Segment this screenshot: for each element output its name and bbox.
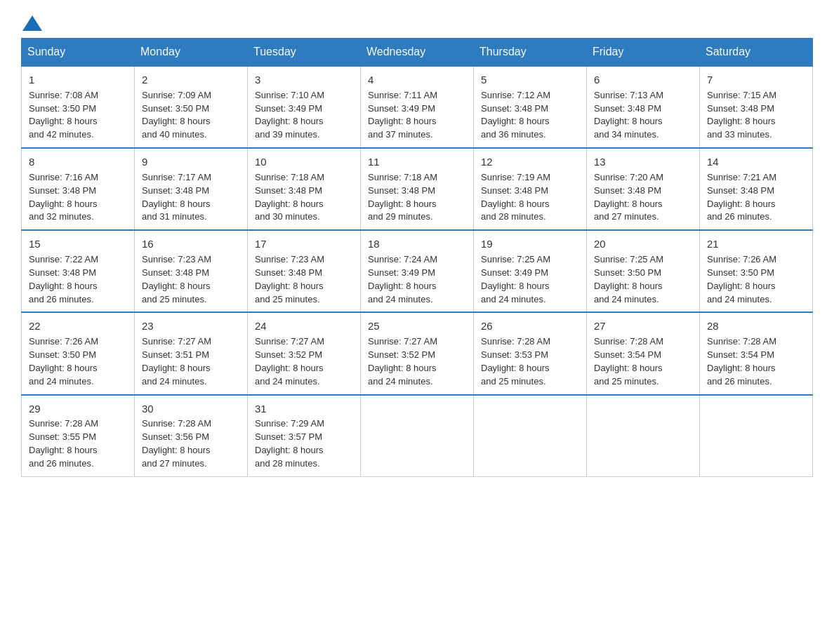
calendar-cell: 27Sunrise: 7:28 AMSunset: 3:54 PMDayligh… xyxy=(587,312,700,394)
day-info: Sunrise: 7:16 AMSunset: 3:48 PMDaylight:… xyxy=(29,171,127,224)
calendar-cell: 9Sunrise: 7:17 AMSunset: 3:48 PMDaylight… xyxy=(135,148,248,230)
day-number: 5 xyxy=(481,72,579,88)
column-header-sunday: Sunday xyxy=(22,39,135,67)
day-info: Sunrise: 7:24 AMSunset: 3:49 PMDaylight:… xyxy=(368,253,466,306)
day-number: 8 xyxy=(29,154,127,170)
calendar-cell: 15Sunrise: 7:22 AMSunset: 3:48 PMDayligh… xyxy=(22,230,135,312)
day-number: 11 xyxy=(368,154,466,170)
logo-triangle-icon xyxy=(22,15,42,31)
day-info: Sunrise: 7:27 AMSunset: 3:52 PMDaylight:… xyxy=(368,335,466,388)
calendar-cell: 20Sunrise: 7:25 AMSunset: 3:50 PMDayligh… xyxy=(587,230,700,312)
day-info: Sunrise: 7:27 AMSunset: 3:51 PMDaylight:… xyxy=(142,335,240,388)
day-info: Sunrise: 7:13 AMSunset: 3:48 PMDaylight:… xyxy=(594,89,692,142)
day-number: 29 xyxy=(29,401,127,417)
day-info: Sunrise: 7:08 AMSunset: 3:50 PMDaylight:… xyxy=(29,89,127,142)
calendar-cell: 25Sunrise: 7:27 AMSunset: 3:52 PMDayligh… xyxy=(361,312,474,394)
day-number: 7 xyxy=(707,72,805,88)
day-info: Sunrise: 7:25 AMSunset: 3:50 PMDaylight:… xyxy=(594,253,692,306)
day-info: Sunrise: 7:11 AMSunset: 3:49 PMDaylight:… xyxy=(368,89,466,142)
calendar-week-row: 1Sunrise: 7:08 AMSunset: 3:50 PMDaylight… xyxy=(22,66,813,148)
calendar-cell: 29Sunrise: 7:28 AMSunset: 3:55 PMDayligh… xyxy=(22,395,135,477)
day-info: Sunrise: 7:22 AMSunset: 3:48 PMDaylight:… xyxy=(29,253,127,306)
calendar-cell: 30Sunrise: 7:28 AMSunset: 3:56 PMDayligh… xyxy=(135,395,248,477)
day-number: 22 xyxy=(29,318,127,334)
day-number: 15 xyxy=(29,236,127,252)
column-header-tuesday: Tuesday xyxy=(248,39,361,67)
calendar-cell: 31Sunrise: 7:29 AMSunset: 3:57 PMDayligh… xyxy=(248,395,361,477)
day-info: Sunrise: 7:25 AMSunset: 3:49 PMDaylight:… xyxy=(481,253,579,306)
day-number: 19 xyxy=(481,236,579,252)
day-number: 3 xyxy=(255,72,353,88)
day-info: Sunrise: 7:28 AMSunset: 3:54 PMDaylight:… xyxy=(594,335,692,388)
calendar-cell: 16Sunrise: 7:23 AMSunset: 3:48 PMDayligh… xyxy=(135,230,248,312)
calendar-cell: 22Sunrise: 7:26 AMSunset: 3:50 PMDayligh… xyxy=(22,312,135,394)
day-number: 14 xyxy=(707,154,805,170)
calendar-cell: 11Sunrise: 7:18 AMSunset: 3:48 PMDayligh… xyxy=(361,148,474,230)
calendar-cell: 3Sunrise: 7:10 AMSunset: 3:49 PMDaylight… xyxy=(248,66,361,148)
day-number: 28 xyxy=(707,318,805,334)
day-info: Sunrise: 7:17 AMSunset: 3:48 PMDaylight:… xyxy=(142,171,240,224)
day-number: 2 xyxy=(142,72,240,88)
calendar-cell: 5Sunrise: 7:12 AMSunset: 3:48 PMDaylight… xyxy=(474,66,587,148)
day-number: 31 xyxy=(255,401,353,417)
day-number: 16 xyxy=(142,236,240,252)
day-number: 17 xyxy=(255,236,353,252)
calendar-cell xyxy=(700,395,813,477)
day-number: 26 xyxy=(481,318,579,334)
column-header-thursday: Thursday xyxy=(474,39,587,67)
day-info: Sunrise: 7:23 AMSunset: 3:48 PMDaylight:… xyxy=(255,253,353,306)
day-number: 9 xyxy=(142,154,240,170)
day-info: Sunrise: 7:28 AMSunset: 3:56 PMDaylight:… xyxy=(142,417,240,470)
calendar-week-row: 22Sunrise: 7:26 AMSunset: 3:50 PMDayligh… xyxy=(22,312,813,394)
calendar-cell: 10Sunrise: 7:18 AMSunset: 3:48 PMDayligh… xyxy=(248,148,361,230)
calendar-cell: 13Sunrise: 7:20 AMSunset: 3:48 PMDayligh… xyxy=(587,148,700,230)
calendar-cell: 1Sunrise: 7:08 AMSunset: 3:50 PMDaylight… xyxy=(22,66,135,148)
calendar-cell xyxy=(361,395,474,477)
day-info: Sunrise: 7:19 AMSunset: 3:48 PMDaylight:… xyxy=(481,171,579,224)
column-header-wednesday: Wednesday xyxy=(361,39,474,67)
day-info: Sunrise: 7:18 AMSunset: 3:48 PMDaylight:… xyxy=(255,171,353,224)
calendar-week-row: 29Sunrise: 7:28 AMSunset: 3:55 PMDayligh… xyxy=(22,395,813,477)
calendar-cell: 4Sunrise: 7:11 AMSunset: 3:49 PMDaylight… xyxy=(361,66,474,148)
day-info: Sunrise: 7:21 AMSunset: 3:48 PMDaylight:… xyxy=(707,171,805,224)
day-number: 23 xyxy=(142,318,240,334)
day-number: 12 xyxy=(481,154,579,170)
calendar-cell xyxy=(474,395,587,477)
calendar-cell: 2Sunrise: 7:09 AMSunset: 3:50 PMDaylight… xyxy=(135,66,248,148)
calendar-cell: 28Sunrise: 7:28 AMSunset: 3:54 PMDayligh… xyxy=(700,312,813,394)
calendar-cell: 8Sunrise: 7:16 AMSunset: 3:48 PMDaylight… xyxy=(22,148,135,230)
day-number: 1 xyxy=(29,72,127,88)
day-number: 4 xyxy=(368,72,466,88)
calendar-table: SundayMondayTuesdayWednesdayThursdayFrid… xyxy=(21,38,813,477)
day-number: 24 xyxy=(255,318,353,334)
day-info: Sunrise: 7:18 AMSunset: 3:48 PMDaylight:… xyxy=(368,171,466,224)
day-info: Sunrise: 7:29 AMSunset: 3:57 PMDaylight:… xyxy=(255,417,353,470)
day-info: Sunrise: 7:26 AMSunset: 3:50 PMDaylight:… xyxy=(29,335,127,388)
column-header-friday: Friday xyxy=(587,39,700,67)
calendar-cell: 21Sunrise: 7:26 AMSunset: 3:50 PMDayligh… xyxy=(700,230,813,312)
day-info: Sunrise: 7:20 AMSunset: 3:48 PMDaylight:… xyxy=(594,171,692,224)
day-info: Sunrise: 7:15 AMSunset: 3:48 PMDaylight:… xyxy=(707,89,805,142)
day-number: 27 xyxy=(594,318,692,334)
calendar-cell: 23Sunrise: 7:27 AMSunset: 3:51 PMDayligh… xyxy=(135,312,248,394)
day-info: Sunrise: 7:09 AMSunset: 3:50 PMDaylight:… xyxy=(142,89,240,142)
calendar-cell: 12Sunrise: 7:19 AMSunset: 3:48 PMDayligh… xyxy=(474,148,587,230)
day-info: Sunrise: 7:12 AMSunset: 3:48 PMDaylight:… xyxy=(481,89,579,142)
day-number: 25 xyxy=(368,318,466,334)
day-info: Sunrise: 7:26 AMSunset: 3:50 PMDaylight:… xyxy=(707,253,805,306)
calendar-cell: 19Sunrise: 7:25 AMSunset: 3:49 PMDayligh… xyxy=(474,230,587,312)
calendar-header-row: SundayMondayTuesdayWednesdayThursdayFrid… xyxy=(22,39,813,67)
day-number: 10 xyxy=(255,154,353,170)
day-info: Sunrise: 7:28 AMSunset: 3:54 PMDaylight:… xyxy=(707,335,805,388)
day-number: 20 xyxy=(594,236,692,252)
calendar-week-row: 8Sunrise: 7:16 AMSunset: 3:48 PMDaylight… xyxy=(22,148,813,230)
day-number: 30 xyxy=(142,401,240,417)
calendar-cell: 17Sunrise: 7:23 AMSunset: 3:48 PMDayligh… xyxy=(248,230,361,312)
logo xyxy=(21,14,42,31)
column-header-saturday: Saturday xyxy=(700,39,813,67)
page-header xyxy=(21,14,813,31)
day-info: Sunrise: 7:23 AMSunset: 3:48 PMDaylight:… xyxy=(142,253,240,306)
calendar-cell: 26Sunrise: 7:28 AMSunset: 3:53 PMDayligh… xyxy=(474,312,587,394)
day-number: 18 xyxy=(368,236,466,252)
calendar-cell: 18Sunrise: 7:24 AMSunset: 3:49 PMDayligh… xyxy=(361,230,474,312)
